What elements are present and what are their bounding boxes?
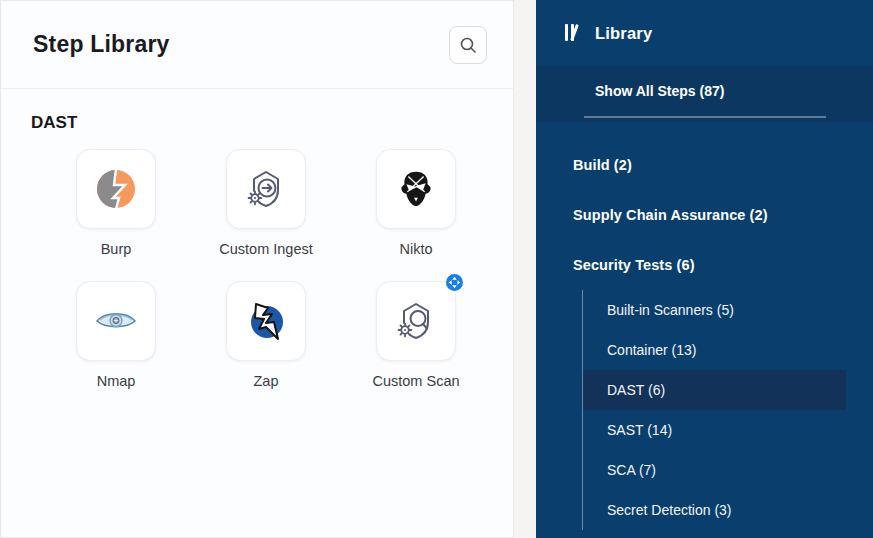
tile-card[interactable] — [76, 149, 156, 229]
step-tile-nmap[interactable]: Nmap — [41, 281, 191, 389]
step-tile-zap[interactable]: Zap — [191, 281, 341, 389]
nav-item-build[interactable]: Build (2) — [536, 140, 873, 190]
tile-card[interactable] — [226, 281, 306, 361]
tile-card[interactable] — [376, 281, 456, 361]
shield-search-gear-icon — [392, 297, 440, 345]
library-icon — [564, 24, 584, 42]
nav-item-supply-chain-assurance[interactable]: Supply Chain Assurance (2) — [536, 190, 873, 240]
panel-header: Step Library — [1, 1, 513, 89]
nav-item-security-tests[interactable]: Security Tests (6) — [536, 240, 873, 290]
tile-label: Nikto — [399, 241, 432, 257]
step-tile-custom-ingest[interactable]: Custom Ingest — [191, 149, 341, 257]
tile-card[interactable] — [226, 149, 306, 229]
security-tests-sublist: Built-in Scanners (5) Container (13) DAS… — [582, 290, 873, 530]
show-all-steps-label: Show All Steps (87) — [536, 66, 873, 99]
step-tile-burp[interactable]: Burp — [41, 149, 191, 257]
show-all-underline — [584, 116, 826, 118]
step-library-screen: Step Library DAST — [0, 0, 873, 538]
zap-lightning-icon — [241, 296, 291, 346]
search-button[interactable] — [449, 26, 487, 64]
nikto-mask-icon — [393, 166, 439, 212]
step-library-panel: Step Library DAST — [0, 0, 514, 538]
category-nav: Build (2) Supply Chain Assurance (2) Sec… — [536, 122, 873, 530]
move-badge-icon — [446, 274, 463, 291]
tile-label: Burp — [101, 241, 132, 257]
tile-label: Custom Scan — [372, 373, 459, 389]
panel-gap — [514, 0, 536, 538]
tile-label: Nmap — [97, 373, 136, 389]
sub-item-built-in-scanners[interactable]: Built-in Scanners (5) — [583, 290, 846, 330]
page-title: Step Library — [33, 31, 170, 58]
burp-logo-icon — [92, 165, 140, 213]
library-title: Library — [595, 24, 652, 43]
show-all-steps-item[interactable]: Show All Steps (87) — [536, 66, 873, 122]
sub-item-sast[interactable]: SAST (14) — [583, 410, 846, 450]
step-tile-nikto[interactable]: Nikto — [341, 149, 491, 257]
sub-item-dast[interactable]: DAST (6) — [583, 370, 846, 410]
search-icon — [458, 35, 478, 55]
sub-item-sca[interactable]: SCA (7) — [583, 450, 846, 490]
library-header: Library — [536, 0, 873, 66]
step-tile-custom-scan[interactable]: Custom Scan — [341, 281, 491, 389]
tile-label: Custom Ingest — [219, 241, 313, 257]
shield-arrow-gear-icon — [242, 165, 290, 213]
sub-item-container[interactable]: Container (13) — [583, 330, 846, 370]
tile-card[interactable] — [376, 149, 456, 229]
nmap-eye-icon — [90, 297, 142, 345]
tile-card[interactable] — [76, 281, 156, 361]
tile-label: Zap — [254, 373, 279, 389]
section-heading-dast: DAST — [31, 113, 513, 133]
step-tile-grid: Burp — [41, 149, 513, 389]
library-sidebar: Library Show All Steps (87) Build (2) Su… — [536, 0, 873, 538]
sub-item-secret-detection[interactable]: Secret Detection (3) — [583, 490, 846, 530]
